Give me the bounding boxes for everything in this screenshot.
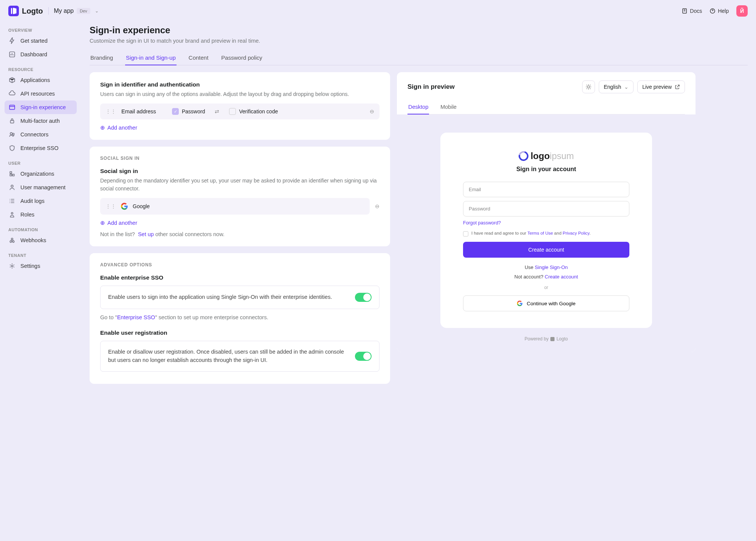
google-btn-label: Continue with Google bbox=[527, 301, 575, 306]
chevron-down-icon: ⌄ bbox=[624, 84, 629, 90]
sidebar-item-roles[interactable]: Roles bbox=[5, 208, 77, 221]
sidebar-item-label: Get started bbox=[20, 38, 48, 44]
or-divider: or bbox=[463, 285, 629, 290]
remove-icon[interactable]: ⊖ bbox=[370, 108, 374, 114]
advanced-section-header: ADVANCED OPTIONS bbox=[100, 262, 380, 267]
language-selector[interactable]: English ⌄ bbox=[599, 80, 634, 93]
swap-icon[interactable]: ⇄ bbox=[215, 108, 219, 114]
svg-rect-4 bbox=[11, 121, 14, 123]
add-signin-method[interactable]: ⊕ Add another bbox=[100, 125, 380, 131]
create-link[interactable]: Create account bbox=[545, 274, 578, 280]
help-link[interactable]: Help bbox=[710, 8, 729, 14]
logto-logo[interactable]: Logto bbox=[8, 6, 43, 16]
sidebar-item-connectors[interactable]: Connectors bbox=[5, 128, 77, 141]
sidebar-item-label: Multi-factor auth bbox=[20, 118, 60, 124]
tab-password-policy[interactable]: Password policy bbox=[220, 51, 263, 65]
tab-branding[interactable]: Branding bbox=[90, 51, 114, 65]
sidebar-item-sign-in-experience[interactable]: Sign-in experience bbox=[5, 100, 77, 114]
password-field[interactable]: Password bbox=[463, 201, 629, 216]
social-hint: Not in the list? Set up other social con… bbox=[100, 231, 380, 237]
external-icon bbox=[675, 84, 680, 90]
chart-icon bbox=[8, 51, 16, 58]
svg-point-15 bbox=[11, 265, 13, 267]
svg-point-10 bbox=[11, 185, 13, 187]
reg-toggle[interactable] bbox=[355, 352, 372, 361]
email-field[interactable]: Email bbox=[463, 182, 629, 197]
live-preview-button[interactable]: Live preview bbox=[637, 80, 685, 93]
privacy-link[interactable]: Privacy Policy bbox=[562, 231, 589, 235]
sso-row: Use Single Sign-On bbox=[463, 264, 629, 270]
svg-point-6 bbox=[12, 133, 14, 135]
sidebar-item-audit-logs[interactable]: Audit logs bbox=[5, 194, 77, 208]
sidebar-item-label: Webhooks bbox=[20, 237, 46, 243]
sidebar-item-multi-factor-auth[interactable]: Multi-factor auth bbox=[5, 114, 77, 128]
dev-badge: Dev bbox=[77, 8, 90, 14]
enterprise-sso-link[interactable]: Enterprise SSO bbox=[117, 314, 155, 320]
signin-card: Sign in identifier and authentication Us… bbox=[90, 72, 390, 140]
app-name: My app bbox=[54, 8, 74, 14]
forgot-link[interactable]: Forgot password? bbox=[463, 220, 629, 226]
sidebar-item-organizations[interactable]: Organizations bbox=[5, 167, 77, 181]
app-selector[interactable]: My app Dev ⌄ bbox=[54, 8, 99, 14]
list-icon bbox=[8, 197, 16, 205]
gear-icon bbox=[8, 262, 16, 270]
terms-link[interactable]: Terms of Use bbox=[527, 231, 553, 235]
sidebar: OVERVIEWGet startedDashboardRESOURCEAppl… bbox=[0, 22, 81, 541]
sidebar-item-webhooks[interactable]: Webhooks bbox=[5, 233, 77, 247]
mock-logo: logoipsum bbox=[463, 151, 629, 161]
sidebar-item-dashboard[interactable]: Dashboard bbox=[5, 48, 77, 61]
box-icon bbox=[8, 76, 16, 84]
theme-toggle[interactable] bbox=[582, 80, 595, 93]
sidebar-item-applications[interactable]: Applications bbox=[5, 73, 77, 87]
sso-hint: Go to "Enterprise SSO" section to set up… bbox=[100, 314, 380, 320]
password-checkbox[interactable]: ✓ Password bbox=[172, 108, 205, 115]
tab-content[interactable]: Content bbox=[188, 51, 209, 65]
header-divider bbox=[48, 7, 49, 15]
sidebar-item-settings[interactable]: Settings bbox=[5, 259, 77, 273]
docs-link[interactable]: Docs bbox=[682, 8, 702, 14]
sso-link[interactable]: Single Sign-On bbox=[535, 264, 568, 270]
header: Logto My app Dev ⌄ Docs Help Й bbox=[0, 0, 756, 22]
social-card: SOCIAL SIGN IN Social sign in Depending … bbox=[90, 147, 390, 246]
tab-sign-in-and-sign-up[interactable]: Sign-in and Sign-up bbox=[125, 51, 177, 65]
doc-icon bbox=[682, 8, 688, 14]
sidebar-item-label: Settings bbox=[20, 263, 40, 269]
bolt-icon bbox=[8, 37, 16, 45]
sidebar-item-enterprise-sso[interactable]: Enterprise SSO bbox=[5, 141, 77, 155]
role-icon bbox=[8, 211, 16, 218]
logto-icon bbox=[8, 6, 19, 16]
signin-method-row[interactable]: ⋮⋮ Email address ✓ Password ⇄ Verificati… bbox=[100, 104, 380, 119]
sun-icon bbox=[586, 84, 592, 90]
avatar[interactable]: Й bbox=[736, 5, 748, 17]
add-social[interactable]: ⊕ Add another bbox=[100, 220, 380, 226]
preview-mock: logoipsum Sign in your account Email Pas… bbox=[440, 133, 652, 328]
verification-checkbox[interactable]: Verification code bbox=[229, 108, 278, 115]
google-signin-button[interactable]: Continue with Google bbox=[463, 295, 629, 311]
create-account-button[interactable]: Create account bbox=[463, 242, 629, 258]
no-account-row: Not account? Create account bbox=[463, 274, 629, 280]
remove-icon[interactable]: ⊖ bbox=[375, 203, 380, 209]
preview-tab-mobile[interactable]: Mobile bbox=[440, 100, 457, 114]
cloud-icon bbox=[8, 90, 16, 97]
brand-text: Logto bbox=[22, 7, 43, 15]
sidebar-header: OVERVIEW bbox=[5, 25, 77, 34]
sidebar-item-user-management[interactable]: User management bbox=[5, 181, 77, 194]
sso-toggle[interactable] bbox=[355, 293, 372, 302]
password-label: Password bbox=[182, 108, 205, 114]
preview-tab-desktop[interactable]: Desktop bbox=[407, 100, 429, 114]
sidebar-item-label: Connectors bbox=[20, 131, 48, 138]
chevron-down-icon: ⌄ bbox=[95, 8, 99, 14]
sidebar-item-get-started[interactable]: Get started bbox=[5, 34, 77, 48]
social-desc: Depending on the mandatory identifier yo… bbox=[100, 177, 380, 193]
sidebar-item-label: Audit logs bbox=[20, 198, 45, 204]
drag-icon[interactable]: ⋮⋮ bbox=[105, 108, 116, 114]
users-icon bbox=[8, 131, 16, 138]
svg-rect-9 bbox=[10, 174, 12, 176]
social-provider-row[interactable]: ⋮⋮ Google bbox=[100, 198, 370, 215]
plus-icon: ⊕ bbox=[100, 125, 105, 131]
terms-checkbox[interactable] bbox=[463, 231, 468, 236]
sidebar-item-api-resources[interactable]: API resources bbox=[5, 87, 77, 100]
setup-link[interactable]: Set up bbox=[138, 231, 154, 237]
check-icon bbox=[229, 108, 236, 115]
drag-icon[interactable]: ⋮⋮ bbox=[105, 203, 116, 209]
